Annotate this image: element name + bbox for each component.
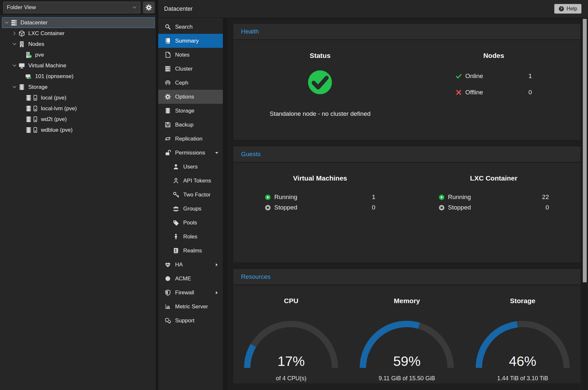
tree-item-vm-101[interactable]: 101 (opnsense) [2,71,155,82]
caret-down-icon[interactable] [4,20,9,25]
health-panel: Health Status Standalone node - no clust… [233,23,581,140]
nodes-column: Nodes Online 1 Offline 0 [407,40,581,140]
tree-item-label: Datacenter [20,20,47,26]
cpu-percent: 17% [242,354,340,369]
tag-icon [173,220,179,226]
resources-panel-title: Resources [233,269,581,285]
nav-item-backup[interactable]: Backup [158,118,223,132]
scrollbar-thumb[interactable] [583,19,587,282]
nav-item-acme[interactable]: ACME [158,272,223,286]
database-icon [165,108,171,114]
offline-count: 0 [529,89,532,96]
nav-item-notes[interactable]: Notes [158,48,223,62]
nav-item-groups[interactable]: Groups [158,202,223,216]
stop-circle-icon [265,205,271,211]
help-button[interactable]: Help [554,4,582,14]
caret-down-icon[interactable] [12,63,17,68]
cross-icon [455,89,462,96]
tree-item-label: wdblue (pve) [41,127,72,133]
tree-item-lxc-container[interactable]: LXC Container [2,28,155,39]
nav-item-ha[interactable]: HA [158,258,223,272]
nav-item-storage[interactable]: Storage [158,104,223,118]
monitor-icon [19,62,25,69]
lxc-heading: LXC Container [407,174,581,182]
nav-item-options[interactable]: Options [158,90,223,104]
page-title: Datacenter [164,6,193,12]
nav-item-permissions[interactable]: Permissions [158,146,223,160]
tree-item-storage-local-lvm[interactable]: local-lvm (pve) [2,103,155,114]
ceph-icon [165,80,171,86]
shield-icon [165,289,171,296]
nav-item-roles[interactable]: Roles [158,230,223,244]
caret-down-icon[interactable] [12,85,17,89]
nodes-online-row: Online 1 [455,68,532,84]
resource-tree-sidebar: Folder View Datacenter LXC Container Nod… [0,0,158,390]
cube-icon [19,30,25,37]
tree-item-storage-wd2t[interactable]: wd2t (pve) [2,114,155,125]
cpu-heading: CPU [233,297,349,305]
nav-item-replication[interactable]: Replication [158,132,223,146]
summary-content: Health Status Standalone node - no clust… [227,18,588,390]
nav-item-users[interactable]: Users [158,160,223,174]
nav-item-firewall[interactable]: Firewall [158,286,223,300]
tree-item-datacenter[interactable]: Datacenter [2,17,155,28]
lxc-running-label: Running [448,194,471,201]
search-icon [165,24,171,30]
chevron-down-icon [132,5,137,10]
nav-item-cluster[interactable]: Cluster [158,62,223,76]
tree-settings-button[interactable] [143,2,155,13]
nodes-offline-row: Offline 0 [455,84,532,101]
nav-item-api-tokens[interactable]: API Tokens [158,174,223,188]
tree-item-storage-local[interactable]: local (pve) [2,92,155,103]
stop-circle-icon [439,205,445,211]
users-group-icon [173,206,179,212]
tree-item-storage-wdblue[interactable]: wdblue (pve) [2,125,155,135]
view-mode-select[interactable]: Folder View [3,2,140,13]
badge-icon [165,276,171,282]
lxc-column: LXC Container Running 22 Stopped 0 [407,163,581,262]
caret-right-icon [214,262,219,267]
bar-chart-icon [165,303,171,310]
drive-icon [32,95,38,101]
address-book-icon [173,248,179,254]
tree-item-virtual-machine[interactable]: Virtual Machine [2,60,155,71]
cluster-status-message: Standalone node - no cluster defined [233,110,407,117]
nav-item-realms[interactable]: Realms [158,244,223,258]
cpu-gauge-column: CPU 17% of 4 CPU(s) [233,285,349,383]
database-icon [25,127,32,133]
nav-item-metric-server[interactable]: Metric Server [158,300,223,314]
comments-icon [165,317,171,324]
tree-item-nodes[interactable]: Nodes [2,39,155,49]
topbar: Datacenter Help [158,0,588,18]
person-icon [173,234,179,240]
vm-running-row: Running 1 [265,192,375,202]
play-circle-icon [265,194,271,200]
nav-item-ceph[interactable]: Ceph [158,76,223,90]
nav-item-support[interactable]: Support [158,314,223,328]
nav-item-pools[interactable]: Pools [158,216,223,230]
vertical-scrollbar[interactable] [583,19,587,390]
tree-item-label: LXC Container [28,30,65,37]
key-icon [173,192,179,198]
note-icon [165,52,171,58]
tree-item-label: Virtual Machine [28,62,66,69]
status-column: Status Standalone node - no cluster defi… [233,40,407,140]
caret-right-icon [214,290,219,295]
nav-item-summary[interactable]: Summary [158,34,223,48]
nav-item-search[interactable]: Search [158,20,223,34]
storage-percent: 46% [474,354,571,369]
nav-item-two-factor[interactable]: Two Factor [158,188,223,202]
caret-down-icon[interactable] [12,42,17,47]
vm-stopped-count: 0 [372,204,376,211]
caret-right-icon[interactable] [12,31,17,36]
virtual-machines-column: Virtual Machines Running 1 Stopped 0 [233,163,407,262]
floppy-icon [165,122,171,128]
online-label: Online [465,73,483,80]
tree-item-pve[interactable]: pve [2,49,155,60]
tree-item-storage[interactable]: Storage [2,82,155,92]
user-outline-icon [173,178,179,184]
caret-down-icon [214,151,219,155]
vm-heading: Virtual Machines [233,174,407,182]
vm-running-label: Running [274,194,297,201]
storage-gauge-column: Storage 46% 1.44 TiB of 3.10 TiB [465,285,581,383]
